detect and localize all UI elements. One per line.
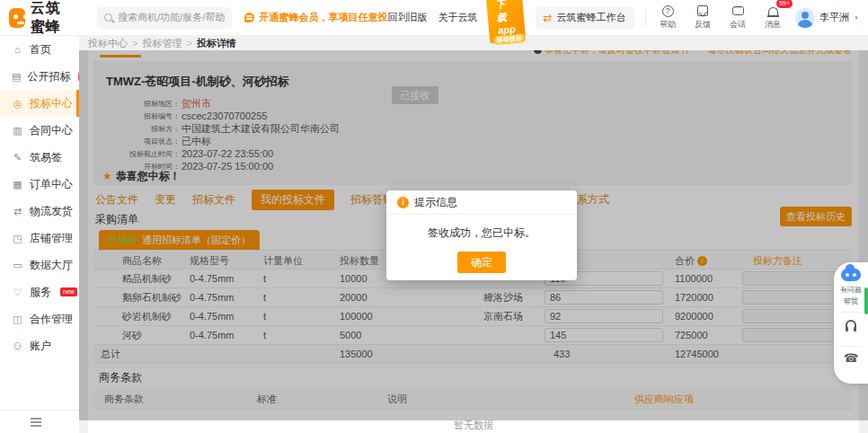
icon-label: 消息 [765,19,781,31]
order-icon: ▦ [12,179,23,190]
bee-icon [244,13,254,22]
modal-title: 提示信息 [414,195,457,210]
confirm-button[interactable]: 确定 [457,252,506,273]
sidebar-item-label: 投标中心 [30,96,73,111]
workbench-link[interactable]: ⇄ 云筑蜜蜂工作台 [536,7,634,29]
header-icon-group: ?帮助反馈会话消息99+ [656,4,784,31]
about-link[interactable]: 关于云筑 [438,11,477,24]
header-icon-消息[interactable]: 消息99+ [761,4,784,31]
cooperation-icon: ◫ [12,314,23,325]
brand-name: 云筑蜜蜂 [31,0,72,37]
esign-icon: ✎ [12,152,23,163]
header-icon-反馈[interactable]: 反馈 [691,4,714,31]
headset-icon[interactable] [846,320,856,328]
icon-label: 反馈 [695,19,711,31]
top-header: 云筑蜜蜂 搜索商机/功能/服务/帮助 开通蜜蜂会员，享项目任意投 回到旧版 关于… [0,0,868,36]
sidebar-item-店铺管理[interactable]: ◳店铺管理 [0,225,79,252]
modal-title-bar: i 提示信息 [386,190,577,215]
switch-icon: ⇄ [544,12,553,24]
robot-logo-icon [9,8,25,28]
account-icon: ⚇ [12,340,23,352]
sidebar-item-label: 筑易签 [30,150,62,165]
contract-icon: ▥ [12,125,23,137]
sidebar-item-筑易签[interactable]: ✎筑易签 [0,144,79,171]
phone-icon[interactable]: ☎ [844,352,858,364]
sidebar-item-label: 店铺管理 [30,231,73,246]
notification-badge: 99+ [776,0,793,8]
divider [841,346,861,347]
home-icon: ⌂ [12,44,23,55]
chat-icon [732,4,744,17]
user-menu[interactable]: 李平洲 ▼ [795,8,859,28]
sidebar-item-物流发货[interactable]: ⇄物流发货 [0,198,79,225]
breadcrumb-separator: > [132,38,137,49]
sidebar-item-label: 合同中心 [30,123,73,138]
search-placeholder: 搜索商机/功能/服务/帮助 [118,11,225,24]
empty-state-text: 暂无数据 [88,419,859,432]
shop-icon: ◳ [12,233,23,244]
sidebar-item-合作管理[interactable]: ◫合作管理 [0,305,79,332]
consult-label[interactable]: 咨询 [808,331,868,340]
sidebar-item-label: 公开招标 [27,69,70,84]
breadcrumb-item: 投标详情 [197,37,236,50]
phone-label[interactable]: 电话 [808,367,868,376]
feedback-icon [697,4,708,17]
sidebar-item-首页[interactable]: ⌂首页 [0,36,79,63]
member-promo-link[interactable]: 开通蜜蜂会员，享项目任意投 [244,11,387,24]
mascot-text-line1: 有问题 [840,286,862,295]
floating-help-widget: 有问题 帮我 咨询 ☎ 电话 [834,262,868,384]
bid-center-icon: ◎ [12,98,23,110]
sidebar-item-label: 首页 [30,42,51,57]
brand-logo[interactable]: 云筑蜜蜂 [0,0,84,37]
sidebar-item-label: 账户 [30,339,51,354]
sidebar-item-label: 订单中心 [30,177,73,192]
old-version-link[interactable]: 回到旧版 [387,11,427,24]
breadcrumb-item[interactable]: 投标管理 [142,37,182,50]
sidebar-item-投标中心[interactable]: ◎投标中心 [0,90,79,117]
search-icon [104,13,112,22]
download-app-badge[interactable]: 下载app 移动投标 [486,0,527,43]
message-modal: i 提示信息 签收成功，您已中标。 确定 [386,190,577,280]
sidebar-item-账户[interactable]: ⚇账户 [0,332,79,359]
bell-icon [768,4,778,17]
sidebar-item-label: 合作管理 [30,312,73,327]
open-bid-icon: ▤ [12,71,21,83]
help-icon: ? [662,4,674,17]
app-root: 云筑蜜蜂 搜索商机/功能/服务/帮助 开通蜜蜂会员，享项目任意投 回到旧版 关于… [0,0,868,433]
sidebar-item-数据大厅[interactable]: ▭数据大厅 [0,252,79,278]
sidebar-item-订单中心[interactable]: ▦订单中心 [0,171,79,198]
sidebar-item-服务[interactable]: ♡服务new [0,278,79,305]
logistics-icon: ⇄ [12,206,23,217]
sidebar-item-label: 物流发货 [30,204,73,219]
sidebar-footer [0,410,79,433]
mascot-text-line2: 帮我 [844,297,858,306]
header-right: 回到旧版 关于云筑 下载app 移动投标 ⇄ 云筑蜜蜂工作台 ?帮助反馈会话消息… [387,0,868,42]
sidebar: ⌂首页▤公开招标◎投标中心▥合同中心✎筑易签▦订单中心⇄物流发货◳店铺管理▭数据… [0,36,79,433]
info-icon: i [397,197,409,208]
service-icon: ♡ [12,287,23,298]
header-icon-会话[interactable]: 会话 [726,4,749,31]
modal-body-text: 签收成功，您已中标。 [386,225,577,241]
chevron-down-icon: ▼ [854,15,859,21]
avatar [795,8,815,28]
mascot-cloud-icon[interactable] [841,269,861,281]
header-icon-帮助[interactable]: ?帮助 [656,4,679,31]
breadcrumb-item[interactable]: 投标中心 [88,37,128,50]
new-badge: new [60,287,77,296]
sidebar-item-公开招标[interactable]: ▤公开招标 [0,63,79,90]
divider [841,312,861,313]
breadcrumb: 投标中心>投标管理>投标详情 [88,36,236,50]
data-hall-icon: ▭ [12,260,23,271]
icon-label: 帮助 [660,19,676,31]
icon-label: 会话 [730,19,746,31]
search-input[interactable]: 搜索商机/功能/服务/帮助 [97,7,232,29]
sidebar-item-合同中心[interactable]: ▥合同中心 [0,117,79,144]
sidebar-item-label: 数据大厅 [30,258,73,273]
breadcrumb-separator: > [186,38,191,49]
collapse-menu-icon[interactable] [31,418,41,420]
sidebar-item-label: 服务 [30,285,51,300]
scrollbar-thumb[interactable] [864,287,868,314]
